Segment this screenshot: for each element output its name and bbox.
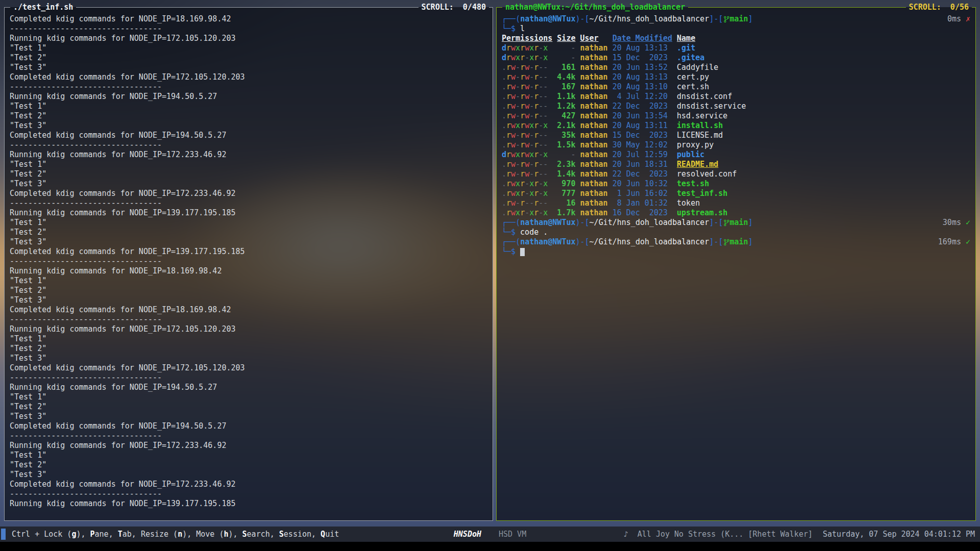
cmd-duration: 0ms: [947, 14, 961, 24]
file-permissions: .rw-rw-r--: [502, 63, 552, 72]
terminal-line: "Test 3": [10, 295, 487, 305]
hint-segment: P: [90, 530, 95, 539]
prompt-frame: └─$: [502, 247, 516, 257]
terminal-line: "Test 3": [10, 470, 487, 480]
hint-segment: Q: [321, 530, 325, 539]
terminal-line: "Test 1": [10, 334, 487, 344]
file-user: nathan: [580, 198, 607, 208]
terminal-line: "Test 1": [10, 276, 487, 286]
terminal-line: Running kdig commands for NODE_IP=172.23…: [10, 150, 487, 160]
git-branch-name: main: [730, 218, 748, 228]
file-size: 4.4k: [557, 72, 575, 82]
git-branch-name: main: [730, 14, 748, 24]
prompt-input-current[interactable]: └─$: [502, 247, 970, 257]
cmd-duration: 30ms: [943, 218, 961, 228]
hint-segment: ane,: [95, 530, 118, 539]
cmd-status-icon: ✓: [966, 237, 970, 247]
prompt-frame: )-[: [576, 14, 590, 24]
file-user: nathan: [580, 53, 607, 63]
hint-segment: ),: [76, 530, 90, 539]
file-user: nathan: [580, 131, 607, 140]
prompt-frame: └─$: [502, 24, 516, 34]
file-permissions: drwxrwxr-x: [502, 150, 552, 160]
terminal-line: ---------------------------------: [10, 257, 487, 266]
file-permissions: .rw-rw-r--: [502, 140, 552, 150]
file-user: nathan: [580, 63, 607, 72]
tab-bar: HNSDoH HSD VM: [454, 530, 526, 539]
file-row: .rw-rw-r--167nathan20 Aug 13:10cert.sh: [502, 82, 970, 92]
hint-segment: Move (: [196, 530, 224, 539]
terminal-line: "Test 3": [10, 121, 487, 131]
terminal-line: "Test 3": [10, 354, 487, 363]
terminal-line: ---------------------------------: [10, 431, 487, 441]
terminal-line: "Test 1": [10, 218, 487, 228]
terminal-line: Running kdig commands for NODE_IP=18.169…: [10, 266, 487, 276]
file-permissions: .rw-r--r--: [502, 198, 552, 208]
file-date: 20 Jul 12:59: [612, 150, 672, 160]
file-permissions: .rw-rw-r--: [502, 131, 552, 140]
file-size: -: [557, 43, 575, 53]
file-user: nathan: [580, 121, 607, 131]
file-name: test_inf.sh: [677, 189, 970, 198]
file-permissions: .rw-rw-r--: [502, 72, 552, 82]
file-size: 16: [557, 198, 575, 208]
shell-output[interactable]: ┌──( nathan@NWTux )-[ ~/Git/hns_doh_load…: [497, 7, 975, 520]
file-row: .rw-rw-r--1.4knathan22 Dec 2023resolved.…: [502, 169, 970, 179]
git-branch-icon: [724, 239, 729, 246]
file-permissions: .rw-rw-r--: [502, 160, 552, 169]
file-date: 20 Aug 13:13: [612, 72, 672, 82]
file-size: 777: [557, 189, 575, 198]
prompt-input[interactable]: └─$ l: [502, 24, 970, 34]
file-row: .rw-rw-r--427nathan20 Jun 13:54hsd.servi…: [502, 111, 970, 121]
mode-indicator: [1, 529, 6, 540]
prompt-frame: )-[: [576, 237, 590, 247]
file-name: dnsdist.conf: [677, 92, 970, 102]
tab-hsd-vm[interactable]: HSD VM: [499, 530, 526, 539]
left-pane-output[interactable]: Completed kdig commands for NODE_IP=18.1…: [5, 7, 493, 520]
terminal-cursor[interactable]: [520, 248, 525, 256]
terminal-line: "Test 1": [10, 43, 487, 53]
file-date: 20 Aug 13:11: [612, 121, 672, 131]
file-date: 30 May 12:02: [612, 140, 672, 150]
terminal-line: ---------------------------------: [10, 315, 487, 324]
file-name: dnsdist.service: [677, 102, 970, 111]
header-permissions: Permissions: [502, 34, 552, 43]
hint-segment: S: [279, 530, 284, 539]
prompt-input[interactable]: └─$ code .: [502, 228, 970, 237]
file-user: nathan: [580, 102, 607, 111]
tab-hnsdoh[interactable]: HNSDoH: [454, 530, 481, 539]
file-size: 167: [557, 82, 575, 92]
prompt-header: ┌──( nathan@NWTux )-[ ~/Git/hns_doh_load…: [502, 14, 970, 24]
file-row: .rw-rw-r--4.4knathan20 Aug 13:13cert.py: [502, 72, 970, 82]
terminal-line: ---------------------------------: [10, 82, 487, 92]
terminal-line: ---------------------------------: [10, 373, 487, 383]
file-row: .rwxr-xr-x1.7knathan16 Dec 2023upstream.…: [502, 208, 970, 218]
file-name: cert.sh: [677, 82, 970, 92]
terminal-line: "Test 2": [10, 111, 487, 121]
file-size: 970: [557, 179, 575, 189]
file-name: .git: [677, 43, 970, 53]
terminal-line: "Test 2": [10, 228, 487, 237]
file-name: public: [677, 150, 970, 160]
terminal-line: Running kdig commands for NODE_IP=194.50…: [10, 383, 487, 392]
pane-test-script[interactable]: ./test_inf.sh SCROLL: 0/480 Completed kd…: [4, 7, 493, 521]
terminal-line: "Test 2": [10, 169, 487, 179]
file-user: nathan: [580, 179, 607, 189]
file-size: 161: [557, 63, 575, 72]
file-row: drwxrwxr-x-nathan20 Jul 12:59public: [502, 150, 970, 160]
hint-segment: n: [178, 530, 182, 539]
status-bar: Ctrl + Lock (g), Pane, Tab, Resize (n), …: [0, 527, 980, 542]
terminal-line: "Test 2": [10, 286, 487, 295]
pane-shell[interactable]: nathan@NWTux:~/Git/hns_doh_loadbalancer …: [496, 7, 976, 521]
terminal-line: Running kdig commands for NODE_IP=172.23…: [10, 441, 487, 450]
file-row: .rw-rw-r--1.1knathan 4 Jul 12:20dnsdist.…: [502, 92, 970, 102]
header-date-modified: Date Modified: [612, 34, 672, 43]
right-status: ♪ All Joy No Stress (K... [Rhett Walker]…: [624, 530, 980, 539]
file-user: nathan: [580, 208, 607, 218]
hint-segment: T: [118, 530, 122, 539]
file-permissions: .rw-rw-r--: [502, 82, 552, 92]
file-date: 20 Jun 10:32: [612, 179, 672, 189]
terminal-line: "Test 1": [10, 160, 487, 169]
prompt-path: ~/Git/hns_doh_loadbalancer: [590, 14, 709, 24]
file-name: hsd.service: [677, 111, 970, 121]
